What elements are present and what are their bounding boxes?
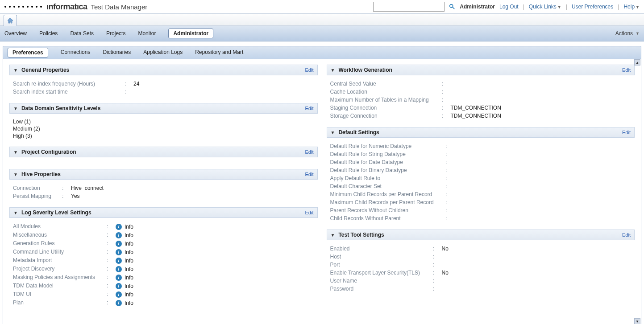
panel-log-head[interactable]: ▼ Log Severity Level Settings Edit xyxy=(9,207,318,218)
app-title: Test Data Manager xyxy=(91,3,148,11)
panel-hive-head[interactable]: ▼ Hive Properties Edit xyxy=(9,169,318,180)
property-row: Metadata Import:iInfo xyxy=(13,256,314,265)
tab-overview[interactable]: Overview xyxy=(4,30,27,37)
top-right-nav: Administrator Log Out | Quick Links▼ | U… xyxy=(373,2,640,12)
edit-link-hive[interactable]: Edit xyxy=(305,172,314,177)
label: Maximum Child Records per Parent Record xyxy=(330,199,446,205)
label: User Name xyxy=(330,278,433,284)
panel-projectconf-head[interactable]: ▼ Project Configuration Edit xyxy=(9,147,318,157)
tab-monitor[interactable]: Monitor xyxy=(138,30,156,37)
info-icon: i xyxy=(116,258,122,264)
home-icon xyxy=(7,17,14,24)
value: No xyxy=(442,246,449,252)
label: Host xyxy=(330,254,433,260)
main-nav: Overview Policies Data Sets Projects Mon… xyxy=(0,26,644,41)
property-row: Storage Connection:TDM_CONNECTION xyxy=(330,112,632,120)
scroll-up-button[interactable]: ▲ xyxy=(634,59,640,66)
value: iInfo xyxy=(116,291,133,298)
panel-defaults-head[interactable]: ▼ Default Settings Edit xyxy=(327,127,635,138)
property-row: Default Rule for Binary Datatype: xyxy=(330,166,632,174)
home-tab[interactable] xyxy=(4,15,17,26)
logout-link[interactable]: Log Out xyxy=(499,4,519,10)
panel-workflow-body: Central Seed Value:Cache Location:Maximu… xyxy=(327,75,635,123)
label: Command Line Utility xyxy=(13,249,107,255)
edit-link-workflow[interactable]: Edit xyxy=(622,67,631,73)
panel-workflow-head[interactable]: ▼ Workflow Generation Edit xyxy=(327,65,635,75)
help-menu[interactable]: Help▼ xyxy=(623,4,640,10)
panel-title: Workflow Generation xyxy=(338,67,392,73)
panel-testtool-head[interactable]: ▼ Test Tool Settings Edit xyxy=(327,230,635,240)
subtab-preferences[interactable]: Preferences xyxy=(8,48,48,57)
property-row: Enable Transport Layer Security(TLS):No xyxy=(330,269,632,277)
tab-datasets[interactable]: Data Sets xyxy=(70,30,94,37)
property-row: Plan:iInfo xyxy=(13,299,314,307)
property-row: Host: xyxy=(330,253,632,261)
top-bar: ınformatıca Test Data Manager Administra… xyxy=(0,0,644,13)
value: iInfo xyxy=(116,299,133,306)
edit-link-testtool[interactable]: Edit xyxy=(622,232,631,238)
search-input[interactable] xyxy=(373,2,445,12)
value: Hive_connect xyxy=(71,185,104,191)
label: Parent Records Without Children xyxy=(330,207,446,213)
property-row: Maximum Child Records per Parent Record: xyxy=(330,198,632,206)
collapse-icon: ▼ xyxy=(13,172,18,177)
property-row: User Name: xyxy=(330,277,632,285)
subtab-applogs[interactable]: Application Logs xyxy=(143,49,183,56)
panel-general-head[interactable]: ▼ General Properties Edit xyxy=(9,65,318,75)
label: Default Rule for Binary Datatype xyxy=(330,167,446,173)
tab-policies[interactable]: Policies xyxy=(39,30,58,37)
label: Search index start time xyxy=(13,89,125,95)
edit-link-projectconf[interactable]: Edit xyxy=(305,149,314,155)
user-prefs-link[interactable]: User Preferences xyxy=(572,4,613,10)
subtab-dictionaries[interactable]: Dictionaries xyxy=(103,49,131,56)
property-row: Minimum Child Records per Parent Record: xyxy=(330,190,632,198)
scroll-down-button[interactable]: ▼ xyxy=(634,318,640,324)
panel-sensitivity-head[interactable]: ▼ Data Domain Sensitivity Levels Edit xyxy=(9,103,318,114)
panel-title: Default Settings xyxy=(338,129,379,135)
info-icon: i xyxy=(116,224,122,230)
edit-link-general[interactable]: Edit xyxy=(305,67,314,73)
property-row: Staging Connection:TDM_CONNECTION xyxy=(330,104,632,112)
value: iInfo xyxy=(116,274,133,281)
edit-link-defaults[interactable]: Edit xyxy=(622,130,631,135)
property-row: Masking Policies and Assignments:iInfo xyxy=(13,273,314,282)
label: TDM UI xyxy=(13,291,107,298)
property-row: Port: xyxy=(330,261,632,269)
label: Masking Policies and Assignments xyxy=(13,274,107,281)
label: Apply Default Rule to xyxy=(330,175,446,181)
property-row: Project Discovery:iInfo xyxy=(13,265,314,273)
property-row: Child Records Without Parent: xyxy=(330,214,632,222)
panel-sensitivity-body: Low (1)Medium (2)High (3) xyxy=(9,114,318,142)
label: Default Rule for Date Datatype xyxy=(330,159,446,165)
tab-administrator[interactable]: Administrator xyxy=(168,29,213,38)
label: Miscellaneous xyxy=(13,232,107,238)
right-column: ▼ Workflow Generation Edit Central Seed … xyxy=(327,65,635,319)
quick-links-menu[interactable]: Quick Links▼ xyxy=(529,4,561,10)
subtab-repo[interactable]: Repository and Mart xyxy=(195,49,243,56)
subtab-connections[interactable]: Connections xyxy=(61,49,91,56)
edit-link-sensitivity[interactable]: Edit xyxy=(305,106,314,111)
sub-nav: Preferences Connections Dictionaries App… xyxy=(3,46,641,59)
sensitivity-level: High (3) xyxy=(13,132,314,139)
panel-general-body: Search re-index frequency (Hours) : 24 S… xyxy=(9,75,318,98)
label: Default Rule for String Datatype xyxy=(330,151,446,157)
search-icon[interactable] xyxy=(449,4,455,10)
label: Maximum Number of Tables in a Mapping xyxy=(330,97,442,103)
collapse-icon: ▼ xyxy=(13,150,18,155)
edit-link-log[interactable]: Edit xyxy=(305,210,314,215)
value: iInfo xyxy=(116,266,133,272)
actions-menu[interactable]: Actions▼ xyxy=(615,30,640,37)
panel-defaults-body: Default Rule for Numeric Datatype:Defaul… xyxy=(327,138,635,225)
property-row: Default Rule for String Datatype: xyxy=(330,150,632,158)
label: Enabled xyxy=(330,246,433,252)
value: TDM_CONNECTION xyxy=(451,113,501,119)
decorative-dots xyxy=(4,6,42,8)
chevron-down-icon: ▼ xyxy=(636,5,640,9)
panel-title: Data Domain Sensitivity Levels xyxy=(21,105,100,111)
left-column: ▼ General Properties Edit Search re-inde… xyxy=(9,65,318,319)
logo: ınformatıca Test Data Manager xyxy=(46,2,147,12)
label: Minimum Child Records per Parent Record xyxy=(330,191,446,197)
tab-projects[interactable]: Projects xyxy=(106,30,125,37)
content-area: ▼ General Properties Edit Search re-inde… xyxy=(3,59,641,324)
svg-line-1 xyxy=(453,7,454,9)
